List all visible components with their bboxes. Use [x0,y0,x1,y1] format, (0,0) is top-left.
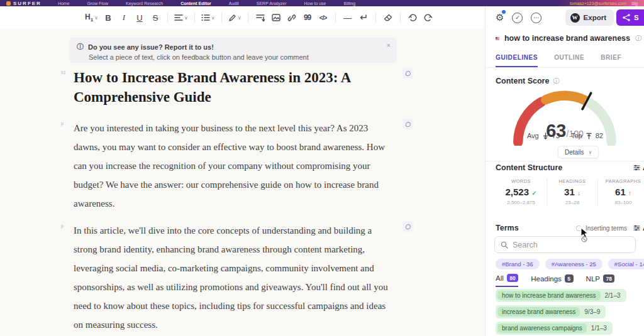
strikethrough-button[interactable]: S [150,11,161,24]
sliders-icon [633,165,640,171]
close-icon[interactable]: × [387,41,391,49]
adjust-terms-button[interactable]: A [633,224,644,232]
nav-item-serp-analyzer[interactable]: SERP Analyzer [257,1,287,6]
code-button[interactable]: </> [318,11,329,24]
surfer-content-editor: SURFER Home Grow Flow Keyword Research C… [0,0,644,336]
nav-item-how-to-use[interactable]: How to use [304,1,326,6]
comment-button[interactable] [402,68,413,79]
tab-guidelines[interactable]: GUIDELINES [496,50,538,67]
blockquote-button[interactable]: 99 [302,11,313,24]
hard-break-button[interactable] [358,11,369,24]
toolbar-divider [221,13,222,23]
keyword-query: how to increase brand awareness [504,34,630,43]
chevron-down-icon: ∨ [211,15,215,21]
info-icon[interactable]: ⓘ [553,77,559,85]
share-icon [623,14,630,21]
chevron-down-icon: ∨ [94,15,98,21]
nav-item-home[interactable]: Home [58,1,70,6]
keyword-header: how to increase brand awareness ⓘ [496,34,641,43]
doc-paragraph[interactable]: Are you interested in taking your busine… [74,119,397,213]
nav-item-content-editor[interactable]: Content Editor [180,1,211,6]
info-icon[interactable]: ⓘ [635,34,641,43]
indent-button[interactable] [255,11,266,24]
arrow-down-icon: ↓ [577,190,580,197]
terms-search[interactable] [494,236,636,253]
toolbar-divider [335,13,336,23]
details-button[interactable]: Details ∨ [558,146,599,158]
eraser-button[interactable] [382,11,394,24]
term-pill[interactable]: how to increase brand awareness 2/1–3 [496,289,626,302]
score-benchmarks: Avg 73 Top 82 [486,132,644,139]
terms-filter-tabs: All80 Headings5 NLP78 [496,274,614,287]
bold-button[interactable]: B [103,11,114,24]
mouse-cursor [579,227,591,245]
stat-words: WORDS 2,523 ✓ 2,500–2,875 [496,178,547,205]
account-email[interactable]: tomasz+123@surferseo.com [570,1,626,6]
nav-item-audit[interactable]: Audit [229,1,239,6]
content-score-header: Content Score ⓘ [496,77,559,85]
toolbar-divider [375,13,376,23]
surfer-logo[interactable]: SURFER [6,1,42,6]
sliders-icon [633,225,640,231]
top-value: 82 [596,132,603,139]
block-tag-label: p [61,121,64,126]
term-row: how to increase brand awareness 2/1–3 [496,289,639,302]
editor-column: H1∨ B I U S ∨ ∨ ∨ 99 </> — [0,6,485,336]
link-button[interactable] [286,11,297,24]
underline-button[interactable]: U [134,11,145,24]
sidebar-toolbar: ⚙ ✓ ⋯ W Export S [486,6,644,29]
us-flag-icon [496,35,499,42]
comment-button[interactable] [402,221,413,232]
signout-link[interactable]: Sig [631,1,638,6]
account-area: tomasz+123@surferseo.com Sig [570,1,638,6]
avg-label: Avg [527,132,539,139]
topic-pill-awareness[interactable]: #Awareness - 25 [545,259,602,269]
term-usage: 9/3–9 [584,308,600,315]
document-body[interactable]: h1 How to Increase Brand Awareness in 20… [74,68,397,336]
doc-paragraph[interactable]: In this article, we'll dive into the cor… [74,221,397,334]
more-options-button[interactable]: ⋯ [531,13,541,23]
align-button[interactable]: ∨ [174,11,188,24]
filter-tab-headings[interactable]: Headings5 [531,274,573,286]
count-badge: 5 [565,274,574,283]
nav-item-grow-flow[interactable]: Grow Flow [87,1,108,6]
document-canvas[interactable]: ⓘDo you see any issue? Report it to us! … [0,29,485,336]
section-divider [486,161,644,161]
terms-header: Terms Inserting terms A [496,224,644,232]
topic-pill-brand[interactable]: #Brand - 36 [496,259,540,269]
image-button[interactable] [270,11,282,24]
guidelines-sidebar: ⚙ ✓ ⋯ W Export S how to increase brand a… [485,6,644,336]
nav-item-keyword-research[interactable]: Keyword Research [126,1,163,6]
filter-tab-all[interactable]: All80 [496,274,518,287]
topic-pill-social[interactable]: #Social - 14 [608,259,644,269]
term-pill[interactable]: increase brand awareness 9/3–9 [496,305,606,318]
undo-button[interactable] [407,11,418,24]
doc-title[interactable]: How to Increase Brand Awareness in 2023:… [74,68,397,107]
content-structure-header: Content Structure A [496,163,644,172]
redo-button[interactable] [423,11,434,24]
comment-button[interactable] [402,119,413,129]
check-circle-button[interactable]: ✓ [512,13,523,23]
comment-icon [406,224,411,229]
settings-button[interactable]: ⚙ [496,12,504,23]
toolbar-divider [400,13,401,23]
share-button[interactable]: S [616,9,644,26]
italic-button[interactable]: I [118,11,130,24]
term-pill[interactable]: brand awareness campaigns 1/1–3 [496,322,613,335]
avg-icon [543,133,548,139]
pen-button[interactable]: ∨ [228,11,242,24]
search-input[interactable] [513,241,630,249]
tab-outline[interactable]: OUTLINE [554,50,584,67]
tab-brief[interactable]: BRIEF [601,50,621,67]
filter-tab-nlp[interactable]: NLP78 [586,274,615,286]
nav-item-billing[interactable]: Billing [344,1,356,6]
heading-style-button[interactable]: H1∨ [85,11,98,24]
list-button[interactable]: ∨ [201,11,215,24]
export-button[interactable]: W Export [565,9,614,26]
chevron-down-icon: ∨ [589,149,592,155]
stat-headings: HEADINGS 31 ↓ 23–28 [547,178,597,205]
info-icon: ⓘ [77,42,84,51]
term-row: increase brand awareness 9/3–9 [496,305,639,318]
horizontal-rule-button[interactable]: — [342,11,353,24]
adjust-structure-button[interactable]: A [633,164,644,171]
